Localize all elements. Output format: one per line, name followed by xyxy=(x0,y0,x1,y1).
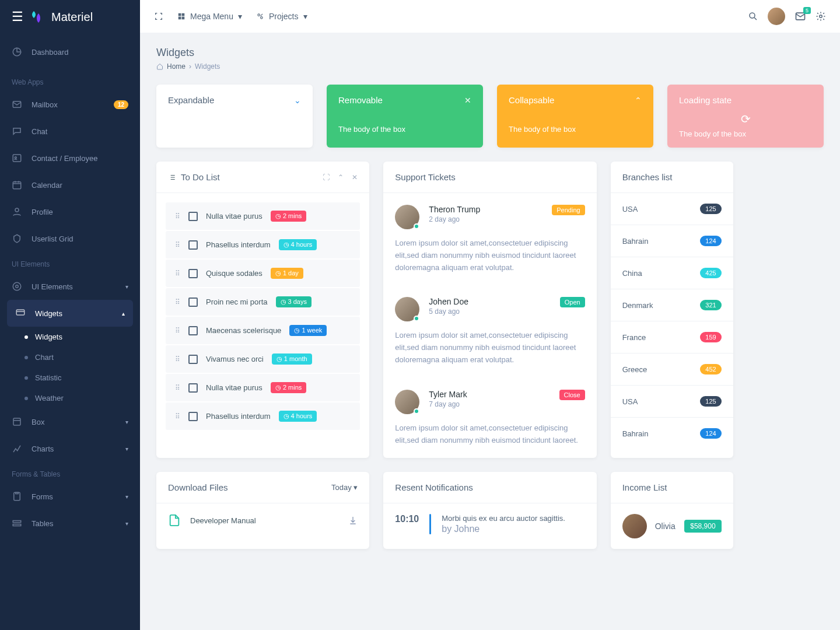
panel-title: Collapsable xyxy=(509,95,554,105)
income-name: Olivia xyxy=(655,522,676,531)
todo-text: Maecenas scelerisque xyxy=(206,326,281,335)
sidebar-item-userlist[interactable]: Userlist Grid xyxy=(0,225,140,252)
branch-item[interactable]: Bahrain124 xyxy=(611,418,733,449)
drag-handle-icon[interactable]: ⠿ xyxy=(175,298,180,306)
todo-text: Nulla vitae purus xyxy=(206,212,262,220)
drag-handle-icon[interactable]: ⠿ xyxy=(175,241,180,249)
todo-item[interactable]: ⠿ Phasellus interdum ◷ 4 hours xyxy=(166,402,360,430)
breadcrumb-current: Widgets xyxy=(195,62,220,71)
sidebar-item-contact[interactable]: Contact / Employee xyxy=(0,145,140,172)
ticket-time: 5 day ago xyxy=(429,307,468,316)
close-icon[interactable]: ✕ xyxy=(464,96,471,105)
svg-point-4 xyxy=(15,208,19,212)
todo-item[interactable]: ⠿ Vivamus nec orci ◷ 1 month xyxy=(166,345,360,373)
income-item: Olivia $58,900 xyxy=(611,503,733,549)
svg-point-20 xyxy=(820,15,822,18)
sub-item-widgets[interactable]: Widgets xyxy=(0,327,140,347)
drag-handle-icon[interactable]: ⠿ xyxy=(175,412,180,421)
branch-item[interactable]: Bahrain124 xyxy=(611,225,733,257)
close-tool-icon[interactable]: ✕ xyxy=(352,173,358,181)
dot-icon xyxy=(24,356,28,359)
todo-checkbox[interactable] xyxy=(188,240,198,250)
drag-handle-icon[interactable]: ⠿ xyxy=(175,212,180,220)
sidebar-item-chat[interactable]: Chat xyxy=(0,118,140,145)
hamburger-icon[interactable]: ☰ xyxy=(12,9,23,24)
drag-handle-icon[interactable]: ⠿ xyxy=(175,355,180,363)
sidebar-item-calendar[interactable]: Calendar xyxy=(0,172,140,198)
branch-badge: 452 xyxy=(700,364,721,374)
profile-icon xyxy=(12,206,22,217)
notif-author: by Johne xyxy=(442,524,565,534)
sub-item-chart[interactable]: Chart xyxy=(0,347,140,368)
todo-checkbox[interactable] xyxy=(188,298,198,307)
todo-item[interactable]: ⠿ Phasellus interdum ◷ 4 hours xyxy=(166,231,360,258)
charts-icon xyxy=(12,443,22,454)
panel-body: The body of the box xyxy=(497,116,653,143)
todo-item[interactable]: ⠿ Nulla vitae purus ◷ 2 mins xyxy=(166,202,360,230)
search-icon[interactable] xyxy=(748,11,758,22)
branch-name: USA xyxy=(622,205,638,214)
sidebar-item-mailbox[interactable]: Mailbox 12 xyxy=(0,91,140,118)
today-dropdown[interactable]: Today ▾ xyxy=(331,483,358,492)
todo-checkbox[interactable] xyxy=(188,412,198,421)
svg-rect-12 xyxy=(178,13,181,16)
gear-icon[interactable] xyxy=(816,11,826,22)
sidebar-item-widgets[interactable]: Widgets ▴ xyxy=(7,300,133,327)
todo-time-badge: ◷ 1 week xyxy=(289,325,327,336)
svg-rect-3 xyxy=(13,182,21,189)
sidebar-item-uielements[interactable]: UI Elements ▾ xyxy=(0,273,140,300)
todo-checkbox[interactable] xyxy=(188,355,198,364)
branch-item[interactable]: Denmark321 xyxy=(611,289,733,321)
sidebar-item-box[interactable]: Box ▾ xyxy=(0,408,140,435)
mail-button[interactable]: 5 xyxy=(794,10,806,22)
sidebar-label: Forms xyxy=(32,492,53,501)
todo-checkbox[interactable] xyxy=(188,212,198,221)
collapse-icon[interactable]: ⌃ xyxy=(635,96,642,105)
drag-handle-icon[interactable]: ⠿ xyxy=(175,270,180,278)
breadcrumb-home[interactable]: Home xyxy=(167,62,186,71)
sidebar-item-dashboard[interactable]: Dashboard xyxy=(0,38,140,65)
branch-item[interactable]: China425 xyxy=(611,257,733,289)
download-icon[interactable] xyxy=(348,516,358,525)
drag-handle-icon[interactable]: ⠿ xyxy=(175,327,180,335)
branch-name: France xyxy=(622,333,646,342)
todo-item[interactable]: ⠿ Maecenas scelerisque ◷ 1 week xyxy=(166,317,360,344)
branch-item[interactable]: Greece452 xyxy=(611,354,733,386)
collapse-tool-icon[interactable]: ⌃ xyxy=(338,173,344,181)
panel-body: The body of the box xyxy=(327,116,483,143)
sidebar-item-profile[interactable]: Profile xyxy=(0,198,140,225)
user-avatar[interactable] xyxy=(768,8,785,25)
panel-removable: Removable ✕ The body of the box xyxy=(327,85,483,148)
todo-checkbox[interactable] xyxy=(188,326,198,335)
todo-item[interactable]: ⠿ Nulla vitae purus ◷ 2 mins xyxy=(166,374,360,401)
branch-item[interactable]: USA125 xyxy=(611,193,733,225)
sidebar-item-forms[interactable]: Forms ▾ xyxy=(0,483,140,510)
sub-label: Chart xyxy=(35,353,54,362)
sub-item-weather[interactable]: Weather xyxy=(0,388,140,408)
panel-title: Loading state xyxy=(679,95,732,105)
mega-menu-label: Mega Menu xyxy=(190,12,233,21)
dot-icon xyxy=(24,397,28,400)
fullscreen-icon[interactable] xyxy=(154,12,163,21)
sub-item-statistic[interactable]: Statistic xyxy=(0,368,140,388)
mail-count-badge: 5 xyxy=(803,7,811,14)
expand-icon[interactable]: ⌄ xyxy=(294,96,301,105)
branch-item[interactable]: France159 xyxy=(611,321,733,354)
todo-item[interactable]: ⠿ Quisque sodales ◷ 1 day xyxy=(166,260,360,287)
todo-time-badge: ◷ 1 day xyxy=(271,268,303,279)
mega-menu-button[interactable]: Mega Menu ▾ xyxy=(177,12,242,21)
mail-icon xyxy=(12,99,22,110)
branch-item[interactable]: USA125 xyxy=(611,386,733,418)
todo-checkbox[interactable] xyxy=(188,383,198,393)
drag-handle-icon[interactable]: ⠿ xyxy=(175,384,180,392)
todo-item[interactable]: ⠿ Proin nec mi porta ◷ 3 days xyxy=(166,288,360,316)
sidebar: ☰ Materiel Dashboard Web Apps Mailbox 12… xyxy=(0,0,140,630)
widgets-icon xyxy=(15,308,26,318)
branch-badge: 125 xyxy=(700,204,721,214)
sidebar-item-tables[interactable]: Tables ▾ xyxy=(0,510,140,537)
expand-tool-icon[interactable]: ⛶ xyxy=(323,173,330,181)
sidebar-item-charts[interactable]: Charts ▾ xyxy=(0,435,140,462)
todo-checkbox[interactable] xyxy=(188,269,198,278)
brand-logo-icon xyxy=(30,10,44,24)
projects-button[interactable]: Projects ▾ xyxy=(256,12,307,21)
